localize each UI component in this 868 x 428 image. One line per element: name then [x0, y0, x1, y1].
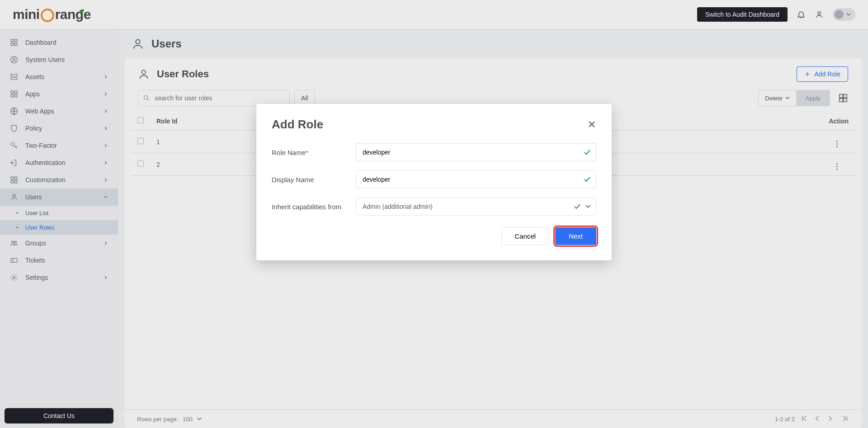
inherit-label: Inherit capabilities from: [272, 203, 356, 211]
check-icon: [584, 149, 591, 156]
inherit-value: Admin (additional admin): [363, 203, 433, 210]
cancel-button[interactable]: Cancel: [501, 227, 549, 245]
next-button[interactable]: Next: [555, 227, 596, 245]
check-icon: [574, 203, 581, 210]
modal-title: Add Role: [272, 118, 323, 132]
role-name-label: Role Name*: [272, 149, 356, 156]
modal-overlay: Add Role Role Name* Display Name: [0, 0, 868, 428]
check-icon: [584, 176, 591, 183]
display-name-input[interactable]: [356, 170, 596, 188]
chevron-down-icon: [585, 205, 591, 208]
add-role-modal: Add Role Role Name* Display Name: [256, 104, 612, 260]
close-icon[interactable]: [588, 121, 596, 129]
display-name-label: Display Name: [272, 176, 356, 183]
role-name-input[interactable]: [356, 143, 596, 161]
inherit-select[interactable]: Admin (additional admin): [356, 198, 596, 216]
